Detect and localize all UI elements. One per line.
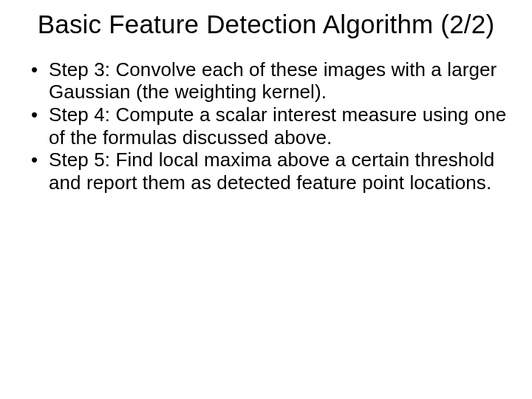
bullet-item: Step 4: Compute a scalar interest measur… (31, 103, 511, 149)
bullet-item: Step 5: Find local maxima above a certai… (31, 149, 511, 194)
slide-body: Step 3: Convolve each of these images wi… (21, 58, 511, 194)
slide-title: Basic Feature Detection Algorithm (2/2) (21, 10, 511, 39)
bullet-item: Step 3: Convolve each of these images wi… (31, 58, 511, 103)
